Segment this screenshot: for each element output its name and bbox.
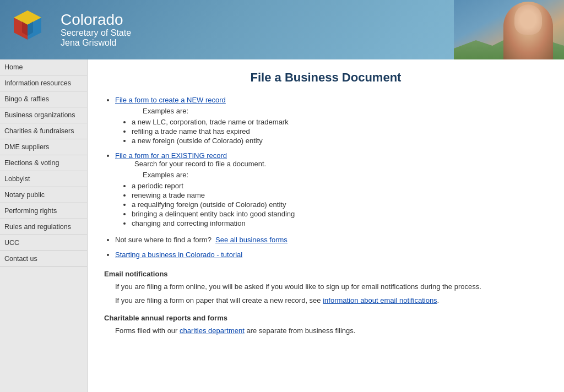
new-record-item: File a form to create a NEW record Examp… [115,96,547,145]
list-item: refiling a trade name that has expired [132,127,547,135]
not-sure-item: Not sure where to find a form? See all b… [115,236,547,244]
existing-record-link[interactable]: File a form for an EXISTING record [115,151,227,160]
sidebar-item-performing-rights[interactable]: Performing rights [0,203,87,219]
sidebar-item-home[interactable]: Home [0,59,87,75]
list-item: changing and correcting information [132,219,547,227]
not-sure-text: Not sure where to find a form? [115,236,212,244]
email-text2: If you are filing a form on paper that w… [104,295,547,306]
sidebar-item-charities-fundraisers[interactable]: Charities & fundraisers [0,123,87,139]
bottom-links-list: Not sure where to find a form? See all b… [115,236,547,259]
charities-link[interactable]: charities department [180,326,245,335]
list-item: a new LLC, corporation, trade name or tr… [132,118,547,126]
existing-record-note: Search for your record to file a documen… [115,160,266,168]
state-logo [8,8,52,52]
email-section-title: Email notifications [104,270,547,278]
email-text1: If you are filing a form online, you wil… [104,281,547,292]
tutorial-link[interactable]: Starting a business in Colorado - tutori… [115,251,242,259]
main-list: File a form to create a NEW record Examp… [115,96,547,227]
new-record-examples-list: a new LLC, corporation, trade name or tr… [132,118,547,145]
layout: Home Information resources Bingo & raffl… [0,59,564,392]
header: Colorado Secretary of State Jena Griswol… [0,0,564,59]
new-record-examples-label: Examples are: [115,107,547,115]
sidebar-item-lobbyist[interactable]: Lobbyist [0,171,87,187]
list-item: bringing a delinquent entity back into g… [132,210,547,218]
sidebar-item-contact-us[interactable]: Contact us [0,251,87,267]
list-item: a new foreign (outside of Colorado) enti… [132,137,547,145]
list-item: a requalifying foreign (outside of Color… [132,200,547,209]
sidebar-item-notary-public[interactable]: Notary public [0,187,87,203]
page-title: File a Business Document [104,70,547,85]
charitable-body: Forms filed with our charities departmen… [104,325,547,336]
see-all-forms-link[interactable]: See all business forms [215,236,288,244]
list-item: a periodic report [132,182,547,190]
tutorial-item: Starting a business in Colorado - tutori… [115,251,547,259]
email-notifications-link[interactable]: information about email notifications [323,296,437,304]
charitable-section: Charitable annual reports and forms Form… [104,314,547,336]
existing-record-examples-label: Examples are: [115,171,547,179]
sidebar-item-business-organizations[interactable]: Business organizations [0,107,87,123]
list-item: renewing a trade name [132,191,547,199]
sidebar-item-dme-suppliers[interactable]: DME suppliers [0,139,87,155]
sidebar-item-bingo-raffles[interactable]: Bingo & raffles [0,91,87,107]
sidebar-item-ucc[interactable]: UCC [0,235,87,251]
sidebar-item-rules-regulations[interactable]: Rules and regulations [0,219,87,235]
sidebar: Home Information resources Bingo & raffl… [0,59,88,392]
sidebar-item-information-resources[interactable]: Information resources [0,75,87,91]
main-content: File a Business Document File a form to … [88,59,564,392]
existing-record-item: File a form for an EXISTING record Searc… [115,151,547,227]
person-photo [503,2,553,59]
charitable-title: Charitable annual reports and forms [104,314,547,322]
sidebar-item-elections-voting[interactable]: Elections & voting [0,155,87,171]
charitable-text-end: are separate from business filings. [246,326,355,335]
header-photo [454,0,564,59]
email-section: Email notifications If you are filing a … [104,270,547,306]
new-record-link[interactable]: File a form to create a NEW record [115,96,226,104]
existing-record-examples-list: a periodic report renewing a trade name … [132,182,547,227]
